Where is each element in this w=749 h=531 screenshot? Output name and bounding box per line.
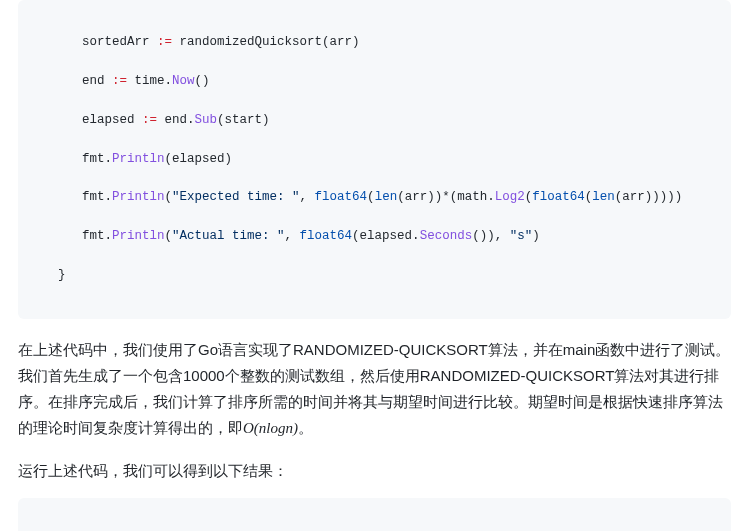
explanation-paragraph-2: 运行上述代码，我们可以得到以下结果： [18, 458, 731, 484]
math-expr: O(nlogn) [243, 420, 298, 436]
code-line: elapsed := end.Sub(start) [34, 111, 715, 130]
code-line: fmt.Println("Actual time: ", float64(ela… [34, 227, 715, 246]
code-line: } [34, 266, 715, 285]
code-line: fmt.Println(elapsed) [34, 150, 715, 169]
text: 运行上述代码，我们可以得到以下结果： [18, 462, 288, 479]
go-code-block: sortedArr := randomizedQuicksort(arr) en… [18, 0, 731, 319]
code-line: sortedArr := randomizedQuicksort(arr) [34, 33, 715, 52]
explanation-paragraph-1: 在上述代码中，我们使用了Go语言实现了RANDOMIZED-QUICKSORT算… [18, 337, 731, 442]
text: 在上述代码中，我们使用了Go语言实现了RANDOMIZED-QUICKSORT算… [18, 341, 730, 437]
output-block: 100.00000000000000000000000000000 Expect… [18, 498, 731, 531]
text: 。 [298, 419, 313, 436]
code-line: fmt.Println("Expected time: ", float64(l… [34, 188, 715, 207]
code-line: end := time.Now() [34, 72, 715, 91]
